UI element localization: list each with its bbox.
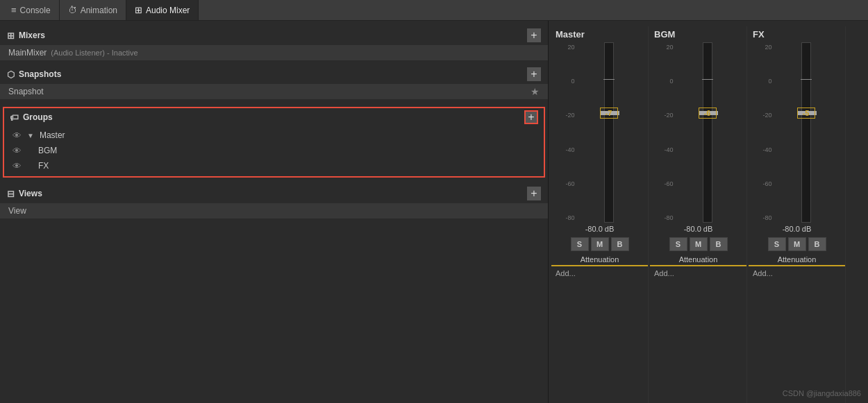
right-panel: Master 20 0 -20 -40 -60 -80 -7 -80.0 dB <box>549 21 868 403</box>
groups-label: Groups <box>23 112 53 122</box>
smb-row: S M B <box>571 237 629 251</box>
view-name: View <box>8 206 26 216</box>
mixers-section-header: ⊞ Mixers + <box>0 26 548 44</box>
fader-track-area: -5 <box>774 42 839 223</box>
snapshot-name: Snapshot <box>8 87 44 96</box>
group-item-master: 👁 ▼ Master <box>4 128 544 143</box>
solo-button[interactable]: S <box>669 237 687 251</box>
db-label: -7 <box>600 108 618 119</box>
mixers-title: ⊞ Mixers <box>7 31 45 41</box>
zero-line <box>702 79 713 80</box>
add-view-button[interactable]: + <box>527 187 541 200</box>
star-icon: ★ <box>531 86 540 97</box>
groups-title: 🏷 Groups <box>10 112 53 123</box>
tab-audio-mixer[interactable]: ⊞ Audio Mixer <box>126 0 199 20</box>
smb-row: S M B <box>669 237 728 251</box>
add-mixer-button[interactable]: + <box>527 28 541 42</box>
snapshots-section-header: ⬡ Snapshots + <box>0 65 548 83</box>
mixers-icon: ⊞ <box>7 31 15 41</box>
mute-button[interactable]: M <box>690 237 708 251</box>
tab-audio-mixer-label: Audio Mixer <box>146 6 190 15</box>
view-item: View <box>0 203 548 218</box>
channel-fx: FX 20 0 -20 -40 -60 -80 -5 -80.0 dB S <box>749 26 846 403</box>
bypass-button[interactable]: B <box>808 237 826 251</box>
attenuation-label[interactable]: Attenuation <box>749 253 845 266</box>
animation-icon: ⏱ <box>68 5 77 15</box>
solo-button[interactable]: S <box>768 237 786 251</box>
smb-row: S M B <box>768 237 826 251</box>
fader-labels: 20 0 -20 -40 -60 -80 <box>657 42 675 223</box>
add-effect-link[interactable]: Add... <box>650 269 674 277</box>
arrow-icon-master: ▼ <box>27 132 34 139</box>
fader-track-area: -6 <box>675 42 740 223</box>
db-value-text: -80.0 dB <box>684 225 713 233</box>
snapshots-icon: ⬡ <box>7 69 15 80</box>
tab-console[interactable]: ≡ Console <box>3 0 60 20</box>
views-section-header: ⊟ Views + <box>0 185 548 203</box>
groups-icon: 🏷 <box>10 112 19 123</box>
groups-section: 🏷 Groups + 👁 ▼ Master 👁 BGM 👁 FX <box>3 107 545 178</box>
bypass-button[interactable]: B <box>611 237 629 251</box>
db-value-text: -80.0 dB <box>783 225 812 233</box>
mixer-sublabel: (Audio Listener) - Inactive <box>51 49 137 57</box>
fader-labels: 20 0 -20 -40 -60 -80 <box>756 42 774 223</box>
add-snapshot-button[interactable]: + <box>527 67 541 81</box>
add-effect-link[interactable]: Add... <box>749 269 773 277</box>
snapshot-item: Snapshot ★ <box>0 84 548 99</box>
snapshots-title: ⬡ Snapshots <box>7 69 61 80</box>
bypass-button[interactable]: B <box>710 237 728 251</box>
mixer-item: MainMixer (Audio Listener) - Inactive <box>0 45 548 60</box>
main-layout: ⊞ Mixers + MainMixer (Audio Listener) - … <box>0 21 868 403</box>
group-label-master: Master <box>40 130 65 140</box>
views-icon: ⊟ <box>7 189 15 199</box>
groups-header: 🏷 Groups + <box>4 108 544 126</box>
add-effect-link[interactable]: Add... <box>551 269 576 277</box>
snapshots-label: Snapshots <box>19 69 61 79</box>
mixer-name: MainMixer <box>8 48 47 58</box>
eye-icon-bgm[interactable]: 👁 <box>12 146 22 156</box>
attenuation-label[interactable]: Attenuation <box>650 253 746 266</box>
channel-name-master: Master <box>551 29 585 40</box>
zero-line <box>801 79 812 80</box>
channel-name-bgm: BGM <box>650 29 675 40</box>
fader-area-fx: 20 0 -20 -40 -60 -80 -5 <box>756 42 839 223</box>
fader-area-master: 20 0 -20 -40 -60 -80 -7 <box>558 42 642 223</box>
tab-console-label: Console <box>20 6 51 15</box>
console-icon: ≡ <box>11 5 17 15</box>
tab-animation[interactable]: ⏱ Animation <box>60 0 126 20</box>
group-label-bgm: BGM <box>38 146 57 155</box>
solo-button[interactable]: S <box>571 237 589 251</box>
channel-name-fx: FX <box>749 29 765 40</box>
fader-track-area: -7 <box>576 42 642 223</box>
fader-track[interactable] <box>801 42 811 223</box>
groups-content: 👁 ▼ Master 👁 BGM 👁 FX <box>4 126 544 176</box>
group-label-fx: FX <box>38 161 49 171</box>
add-group-button[interactable]: + <box>524 110 538 124</box>
mixers-label: Mixers <box>19 31 45 40</box>
tab-animation-label: Animation <box>81 6 117 15</box>
left-panel: ⊞ Mixers + MainMixer (Audio Listener) - … <box>0 21 549 403</box>
eye-icon-master[interactable]: 👁 <box>12 130 22 141</box>
tab-bar: ≡ Console ⏱ Animation ⊞ Audio Mixer <box>0 0 868 21</box>
mute-button[interactable]: M <box>788 237 806 251</box>
fader-labels: 20 0 -20 -40 -60 -80 <box>558 42 576 223</box>
views-label: Views <box>19 189 42 198</box>
group-item-bgm: 👁 BGM <box>4 143 544 158</box>
watermark: CSDN @jiangdaxia886 <box>783 389 861 397</box>
fader-track[interactable] <box>703 42 712 223</box>
zero-line <box>603 79 615 80</box>
attenuation-label[interactable]: Attenuation <box>551 253 648 266</box>
eye-icon-fx[interactable]: 👁 <box>12 161 22 171</box>
audio-mixer-icon: ⊞ <box>135 5 142 15</box>
mute-button[interactable]: M <box>591 237 609 251</box>
db-value-text: -80.0 dB <box>585 225 615 233</box>
fader-area-bgm: 20 0 -20 -40 -60 -80 -6 <box>657 42 740 223</box>
group-item-fx: 👁 FX <box>4 158 544 173</box>
channel-master: Master 20 0 -20 -40 -60 -80 -7 -80.0 dB <box>551 26 649 403</box>
db-label: -5 <box>797 108 815 119</box>
db-label: -6 <box>699 108 717 119</box>
fader-track[interactable] <box>604 42 614 223</box>
channel-bgm: BGM 20 0 -20 -40 -60 -80 -6 -80.0 dB S <box>650 26 747 403</box>
views-title: ⊟ Views <box>7 189 42 199</box>
